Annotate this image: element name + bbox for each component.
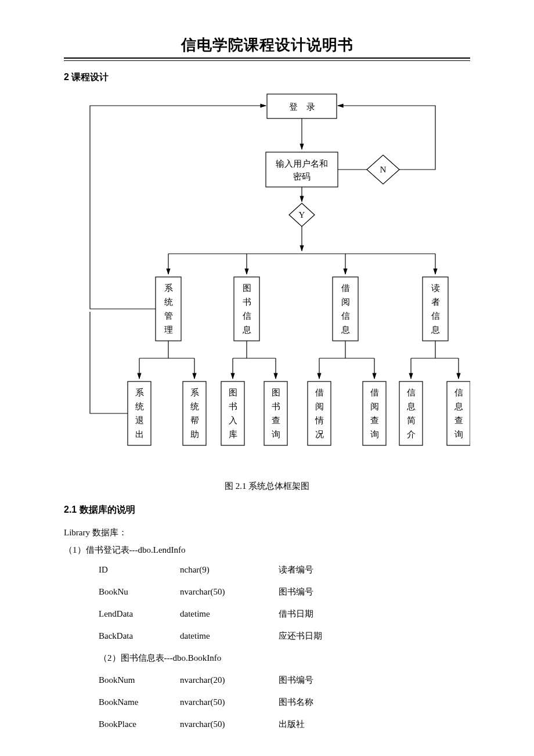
svg-text:查: 查 bbox=[454, 416, 463, 425]
svg-text:者: 者 bbox=[431, 297, 440, 307]
svg-text:退: 退 bbox=[135, 416, 144, 425]
svg-text:统: 统 bbox=[190, 402, 199, 411]
svg-text:阅: 阅 bbox=[341, 297, 350, 307]
desc-cell: 借书日期 bbox=[279, 603, 360, 625]
page: 信电学院课程设计说明书 2 课程设计 .box { fill:#fff; str… bbox=[0, 0, 534, 756]
page-title: 信电学院课程设计说明书 bbox=[0, 0, 534, 55]
svg-text:息: 息 bbox=[406, 402, 416, 411]
svg-text:书: 书 bbox=[243, 297, 251, 307]
node-input-line1: 输入用户名和 bbox=[276, 159, 328, 168]
svg-text:借: 借 bbox=[341, 283, 350, 293]
svg-text:图: 图 bbox=[272, 388, 280, 397]
type-cell: nvarchar(50) bbox=[180, 691, 279, 713]
svg-rect-2 bbox=[266, 152, 338, 187]
svg-text:读: 读 bbox=[431, 283, 440, 293]
svg-text:统: 统 bbox=[164, 297, 173, 307]
svg-text:管: 管 bbox=[164, 311, 173, 321]
node-decide-y: Y bbox=[299, 210, 305, 219]
svg-text:帮: 帮 bbox=[190, 416, 199, 425]
svg-text:借: 借 bbox=[315, 388, 324, 397]
svg-text:阅: 阅 bbox=[315, 402, 324, 411]
svg-text:介: 介 bbox=[407, 430, 416, 439]
svg-text:信: 信 bbox=[454, 388, 463, 397]
field-cell: BookNu bbox=[99, 581, 180, 603]
field-cell: BackData bbox=[99, 625, 180, 647]
type-cell: nchar(9) bbox=[180, 559, 279, 581]
node-login: 登 录 bbox=[289, 102, 315, 111]
svg-text:简: 简 bbox=[407, 416, 416, 425]
svg-text:信: 信 bbox=[243, 311, 251, 321]
desc-cell: 读者编号 bbox=[279, 559, 360, 581]
field-cell: LendData bbox=[99, 603, 180, 625]
table2-title-row: （2）图书信息表---dbo.BookInfo bbox=[99, 647, 360, 669]
type-cell: nvarchar(50) bbox=[180, 581, 279, 603]
table-row: LendData datetime 借书日期 bbox=[99, 603, 360, 625]
svg-text:询: 询 bbox=[370, 430, 379, 439]
flowchart-svg: .box { fill:#fff; stroke:#000; stroke-wi… bbox=[64, 91, 470, 463]
svg-text:统: 统 bbox=[135, 402, 144, 411]
table-row: ID nchar(9) 读者编号 bbox=[99, 559, 360, 581]
svg-text:询: 询 bbox=[454, 430, 463, 439]
svg-text:息: 息 bbox=[341, 325, 350, 334]
table-row: BookPlace nvarchar(50) 出版社 bbox=[99, 713, 360, 735]
svg-text:系: 系 bbox=[190, 388, 199, 397]
svg-text:查: 查 bbox=[370, 416, 379, 425]
section-2-1-heading: 2.1 数据库的说明 bbox=[64, 501, 470, 519]
svg-text:况: 况 bbox=[315, 430, 324, 439]
svg-text:图: 图 bbox=[243, 283, 251, 293]
db-table-1: ID nchar(9) 读者编号 BookNu nvarchar(50) 图书编… bbox=[99, 559, 360, 735]
svg-text:入: 入 bbox=[229, 416, 237, 425]
desc-cell: 图书编号 bbox=[279, 581, 360, 603]
table-row: BackData datetime 应还书日期 bbox=[99, 625, 360, 647]
svg-text:书: 书 bbox=[272, 402, 280, 411]
type-cell: nvarchar(50) bbox=[180, 713, 279, 735]
svg-text:息: 息 bbox=[431, 325, 440, 334]
field-cell: BookPlace bbox=[99, 713, 180, 735]
desc-cell: 图书名称 bbox=[279, 691, 360, 713]
svg-text:信: 信 bbox=[431, 311, 440, 321]
svg-text:查: 查 bbox=[272, 416, 280, 425]
field-cell: ID bbox=[99, 559, 180, 581]
title-underline bbox=[64, 57, 470, 61]
content-area: 2 课程设计 .box { fill:#fff; stroke:#000; st… bbox=[64, 68, 470, 756]
svg-text:库: 库 bbox=[229, 430, 237, 439]
table-row: BookNu nvarchar(50) 图书编号 bbox=[99, 581, 360, 603]
svg-text:信: 信 bbox=[341, 311, 350, 321]
flowchart: .box { fill:#fff; stroke:#000; stroke-wi… bbox=[64, 91, 470, 469]
svg-text:图: 图 bbox=[229, 388, 237, 397]
svg-text:情: 情 bbox=[315, 416, 324, 425]
table2-title: （2）图书信息表---dbo.BookInfo bbox=[99, 647, 360, 669]
page-number: 3 bbox=[64, 753, 470, 756]
table1-title: （1）借书登记表---dbo.LendInfo bbox=[64, 541, 470, 559]
db-intro: Library 数据库： bbox=[64, 524, 470, 541]
desc-cell: 出版社 bbox=[279, 713, 360, 735]
svg-text:息: 息 bbox=[454, 402, 463, 411]
svg-text:信: 信 bbox=[407, 388, 416, 397]
node-decide-n: N bbox=[380, 165, 387, 174]
svg-text:理: 理 bbox=[164, 325, 173, 334]
svg-text:助: 助 bbox=[190, 430, 199, 439]
field-cell: BookNum bbox=[99, 669, 180, 691]
svg-text:借: 借 bbox=[370, 388, 379, 397]
type-cell: datetime bbox=[180, 603, 279, 625]
field-cell: BookName bbox=[99, 691, 180, 713]
svg-text:出: 出 bbox=[135, 430, 144, 439]
type-cell: nvarchar(20) bbox=[180, 669, 279, 691]
svg-text:阅: 阅 bbox=[370, 402, 379, 411]
section-2-heading: 2 课程设计 bbox=[64, 68, 470, 87]
figure-caption: 图 2.1 系统总体框架图 bbox=[64, 477, 470, 495]
type-cell: datetime bbox=[180, 625, 279, 647]
svg-text:系: 系 bbox=[164, 283, 173, 293]
node-input-line2: 密码 bbox=[293, 172, 311, 181]
svg-text:系: 系 bbox=[135, 388, 144, 397]
table-row: BookNum nvarchar(20) 图书编号 bbox=[99, 669, 360, 691]
svg-text:书: 书 bbox=[229, 402, 237, 411]
svg-text:息: 息 bbox=[242, 325, 251, 334]
table-row: BookName nvarchar(50) 图书名称 bbox=[99, 691, 360, 713]
desc-cell: 应还书日期 bbox=[279, 625, 360, 647]
desc-cell: 图书编号 bbox=[279, 669, 360, 691]
svg-text:询: 询 bbox=[272, 430, 280, 439]
